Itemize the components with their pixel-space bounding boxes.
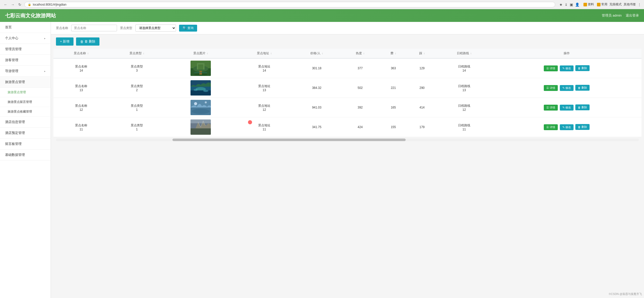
detail-button-2[interactable]: ☰ 详情 — [544, 105, 558, 111]
del-button-0[interactable]: 🗑 删除 — [575, 65, 590, 71]
edit-button-1[interactable]: ✎ 修改 — [560, 85, 574, 91]
chevron-right-icon-2: ▸ — [44, 70, 46, 73]
detail-button-3[interactable]: ☰ 详情 — [544, 124, 558, 130]
star-icon[interactable]: ★ — [559, 3, 563, 7]
svg-rect-4 — [198, 64, 203, 70]
del-button-1[interactable]: 🗑 删除 — [575, 85, 590, 91]
bookmark-resource-label: 资料 — [588, 2, 594, 7]
sort-icon-cost[interactable]: ↕ — [395, 52, 396, 55]
th-route: 日程路线 ↕ — [436, 49, 492, 58]
sidebar-item-attraction-mgmt[interactable]: 旅游景点管理 — [0, 77, 51, 88]
detail-button-0[interactable]: ☰ 详情 — [544, 65, 558, 71]
spot-addr-line1: 景点地址 — [239, 104, 290, 108]
search-button[interactable]: 🔍 查询 — [179, 25, 197, 32]
tab-icon[interactable]: ▣ — [570, 3, 573, 7]
cell-image — [165, 117, 236, 137]
th-heat: 热度 ↕ — [341, 49, 379, 58]
logout-button[interactable]: 退出登录 — [626, 13, 639, 18]
attraction-sub-label-0: 旅游景点管理 — [8, 90, 26, 94]
cell-type: 景点类型 3 — [109, 58, 165, 78]
spot-name-line2: 11 — [55, 128, 107, 131]
sort-icon-trample[interactable]: ↕ — [423, 52, 425, 55]
edit-button-0[interactable]: ✎ 修改 — [560, 65, 574, 71]
del-icon-2: 🗑 — [578, 106, 581, 109]
spot-image-0 — [191, 61, 211, 76]
cell-price: 341.75 — [292, 117, 341, 137]
sidebar-item-guide-mgmt[interactable]: 导游管理 ▸ — [0, 66, 51, 77]
th-cost: 费 ↕ — [379, 49, 408, 58]
attraction-sub-label-2: 旅游景点收藏管理 — [8, 110, 32, 113]
cell-type: 景点类型 1 — [109, 117, 165, 137]
other-bookmarks[interactable]: 其他书签 — [624, 2, 636, 7]
spot-addr-line1: 景点地址 — [239, 64, 290, 69]
download-icon[interactable]: ⇓ — [565, 3, 568, 7]
add-button[interactable]: + 新增 — [56, 37, 74, 46]
forward-button[interactable]: → — [10, 2, 15, 7]
sidebar-item-hotel-mgmt[interactable]: 酒店信息管理 — [0, 117, 51, 128]
spot-image-1 — [191, 80, 211, 96]
cell-type: 景点类型 1 — [109, 98, 165, 117]
cell-route: 日程路线 13 — [436, 78, 492, 98]
search-type-select[interactable]: 请选择景点类型 — [135, 24, 176, 32]
spot-name-line1: 景点名称 — [55, 64, 107, 69]
detail-icon-1: ☰ — [546, 86, 549, 90]
sort-icon-type[interactable]: ↕ — [143, 52, 144, 55]
delete-button-label: 🗑 删除 — [84, 39, 95, 44]
sidebar-sub-attraction-mgmt[interactable]: 旅游景点管理 — [0, 88, 51, 97]
sort-icon-price[interactable]: ↕ — [322, 52, 323, 55]
del-button-3[interactable]: 🗑 删除 — [575, 124, 590, 130]
search-button-label: 查询 — [187, 26, 194, 30]
horizontal-scrollbar[interactable] — [56, 139, 639, 141]
svg-point-13 — [203, 90, 208, 92]
sort-icon-route[interactable]: ↕ — [470, 52, 472, 55]
incognito-mode[interactable]: 无痕模式 — [609, 2, 622, 7]
profile-icon[interactable]: 👤 — [575, 3, 579, 7]
main-content: 景点名称 景点类型 请选择景点类型 🔍 查询 + 新增 🗑 🗑 删除 — [51, 22, 644, 298]
url-bar[interactable]: 🔒 localhost:8081/#/jingdian — [24, 2, 555, 7]
del-icon-1: 🗑 — [578, 86, 581, 89]
menu-icon[interactable]: ⋮ — [638, 3, 641, 6]
sidebar-item-tourist-mgmt[interactable]: 游客管理 — [0, 55, 51, 66]
cell-image — [165, 98, 236, 117]
search-name-input[interactable] — [71, 25, 117, 31]
refresh-button[interactable]: ↻ — [17, 2, 22, 7]
del-button-2[interactable]: 🗑 删除 — [575, 104, 590, 110]
sidebar-item-personal[interactable]: 个人中心 ▸ — [0, 33, 51, 44]
th-price: 价格/人 ↕ — [292, 49, 341, 58]
chevron-right-icon: ▸ — [44, 37, 46, 40]
detail-button-1[interactable]: ☰ 详情 — [544, 85, 558, 91]
bookmark-common[interactable]: 常用 — [597, 2, 607, 7]
home-label: 首页 — [5, 25, 12, 29]
sidebar-sub-attraction-comment[interactable]: 旅游景点留言管理 — [0, 97, 51, 107]
sort-icon-name[interactable]: ↕ — [87, 52, 89, 55]
sidebar-sub-attraction-favorites[interactable]: 旅游景点收藏管理 — [0, 107, 51, 117]
spot-type-line1: 景点类型 — [111, 123, 163, 128]
bookmark-resource[interactable]: 资料 — [583, 2, 594, 7]
scrollbar-thumb[interactable] — [172, 139, 406, 141]
sidebar-item-hotel-reservation[interactable]: 酒店预定管理 — [0, 128, 51, 139]
route-line2: 14 — [438, 69, 490, 72]
browser-bar: ← → ↻ 🔒 localhost:8081/#/jingdian ★ ⇓ ▣ … — [0, 0, 644, 9]
search-name-label: 景点名称 — [56, 26, 68, 30]
route-line1: 日程路线 — [438, 84, 490, 88]
cell-trample: 179 — [408, 117, 436, 137]
sort-icon-address[interactable]: ↕ — [270, 52, 272, 55]
back-button[interactable]: ← — [3, 2, 8, 7]
sort-icon-image[interactable]: ↕ — [207, 52, 208, 55]
spot-addr-line2: 13 — [239, 88, 290, 92]
sort-icon-heat[interactable]: ↕ — [363, 52, 364, 55]
spot-type-line1: 景点类型 — [111, 104, 163, 108]
basic-data-label: 基础数据管理 — [5, 153, 25, 157]
delete-button[interactable]: 🗑 🗑 删除 — [76, 37, 99, 46]
cell-route: 日程路线 14 — [436, 58, 492, 78]
detail-icon-2: ☰ — [546, 106, 549, 109]
sidebar-item-admin-mgmt[interactable]: 管理员管理 — [0, 44, 51, 55]
edit-button-2[interactable]: ✎ 修改 — [560, 105, 574, 111]
cell-address: 景点地址 14 — [237, 58, 292, 78]
sidebar-item-basic-data[interactable]: 基础数据管理 — [0, 150, 51, 160]
data-table-container: 景点名称 ↕ 景点类型 ↕ 景点图片 ↕ 景点地址 — [53, 49, 641, 137]
sidebar-item-message-mgmt[interactable]: 留言板管理 — [0, 139, 51, 150]
sidebar-item-home[interactable]: 首页 — [0, 22, 51, 33]
edit-button-3[interactable]: ✎ 修改 — [560, 124, 574, 130]
spot-image-3 — [191, 119, 211, 135]
